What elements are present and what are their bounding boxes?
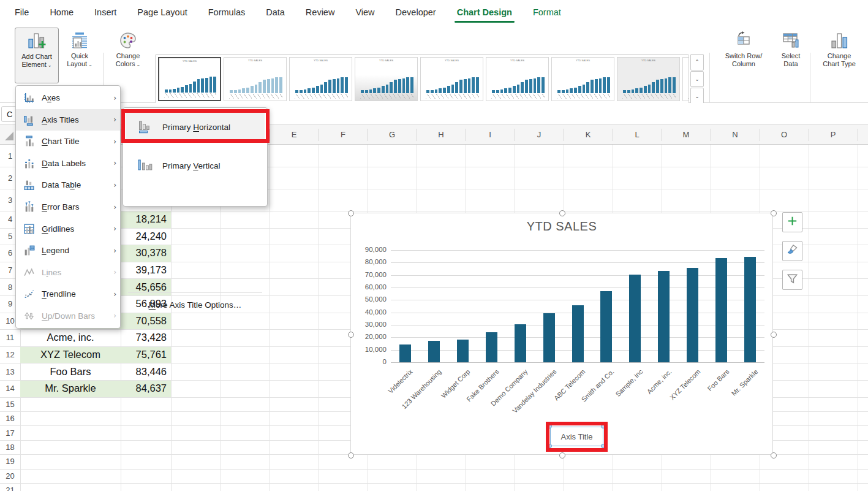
row-header-21[interactable]: 21 (0, 483, 20, 491)
chart-style-thumbnail[interactable]: YTD SALES (289, 57, 352, 101)
cell-sales-value[interactable]: 75,761 (121, 346, 171, 363)
axis-title-textbox[interactable]: Axis Title (550, 427, 603, 446)
cell-sales-value[interactable]: 24,240 (121, 228, 171, 245)
chart-selection-handle[interactable] (559, 210, 565, 216)
tab-home[interactable]: Home (48, 7, 75, 17)
select-data-button[interactable]: SelectData (774, 28, 808, 82)
textbox-selection-handle[interactable] (548, 424, 552, 428)
chart-object[interactable]: YTD SALES 90,00080,00070,00060,00050,000… (350, 213, 773, 455)
chart-bar[interactable] (658, 271, 670, 362)
row-header-15[interactable]: 15 (0, 397, 20, 411)
row-header-13[interactable]: 13 (0, 363, 20, 380)
column-header-E[interactable]: E (270, 125, 319, 145)
chart-selection-handle[interactable] (559, 452, 565, 459)
chart-style-thumbnail[interactable]: YTD SALES (224, 57, 287, 101)
change-chart-type-button[interactable]: ChangeChart Type (813, 28, 865, 82)
cell-sales-value[interactable]: 18,214 (121, 211, 171, 228)
cell-sales-value[interactable]: 30,378 (121, 245, 171, 262)
chart-bar[interactable] (543, 313, 555, 362)
row-header-16[interactable]: 16 (0, 411, 20, 425)
chart-bar[interactable] (572, 305, 584, 362)
chart-style-thumbnail[interactable]: YTD SALES (420, 57, 483, 101)
chart-bar[interactable] (457, 340, 469, 362)
chart-bar[interactable] (744, 257, 756, 362)
chart-style-thumbnail[interactable]: YTD SALES (486, 57, 549, 101)
chart-bar[interactable] (715, 258, 727, 362)
chart-style-thumbnail[interactable]: YTD SALES (551, 57, 614, 101)
chart-title[interactable]: YTD SALES (351, 219, 772, 234)
tab-developer[interactable]: Developer (394, 7, 437, 17)
select-all-icon[interactable] (5, 132, 13, 140)
column-header-F[interactable]: F (319, 125, 368, 145)
gallery-more-button[interactable]: ⌄ (690, 88, 704, 104)
chart-style-thumbnail[interactable]: YTD SALES (682, 57, 689, 101)
menu-item-error-bars[interactable]: Error Bars› (16, 196, 120, 218)
chart-bar[interactable] (629, 275, 641, 362)
menu-item-data-table[interactable]: Data Table› (16, 174, 120, 196)
cell-company-name[interactable]: Acme, inc. (20, 329, 121, 346)
cell-sales-value[interactable]: 70,558 (121, 313, 171, 330)
column-header-P[interactable]: P (809, 125, 858, 145)
tab-formulas[interactable]: Formulas (207, 7, 246, 17)
menu-item-gridlines[interactable]: Gridlines› (16, 218, 120, 240)
quick-layout-button[interactable]: Quick Layout⌄ (59, 28, 100, 82)
column-header-N[interactable]: N (711, 125, 760, 145)
textbox-selection-handle[interactable] (601, 444, 605, 448)
chart-bar[interactable] (486, 332, 497, 362)
row-header-19[interactable]: 19 (0, 454, 20, 468)
tab-file[interactable]: File (13, 7, 30, 17)
chart-bar[interactable] (600, 291, 612, 362)
cell-sales-value[interactable]: 83,446 (121, 363, 171, 380)
chart-selection-handle[interactable] (348, 452, 354, 459)
menu-item-axes[interactable]: Axes› (16, 87, 120, 109)
column-header-L[interactable]: L (613, 125, 662, 145)
menu-item-axis-titles[interactable]: Axis Titles› (16, 109, 120, 131)
gallery-scroll-down-button[interactable]: ⌄ (690, 71, 704, 88)
chart-style-button[interactable] (782, 241, 802, 261)
row-header-17[interactable]: 17 (0, 425, 20, 440)
submenu-item-primary-vertical[interactable]: Primary Vertical (126, 147, 265, 185)
textbox-selection-handle[interactable] (548, 444, 552, 448)
tab-format[interactable]: Format (532, 7, 562, 17)
cell-company-name[interactable]: Foo Bars (20, 363, 121, 380)
column-header-K[interactable]: K (564, 125, 613, 145)
menu-item-chart-title[interactable]: Chart Title› (16, 131, 120, 153)
tab-chart-design[interactable]: Chart Design (456, 7, 513, 17)
cell-company-name[interactable]: Mr. Sparkle (20, 380, 121, 397)
column-header-O[interactable]: O (760, 125, 809, 145)
chart-bar[interactable] (515, 324, 526, 362)
tab-insert[interactable]: Insert (93, 7, 118, 17)
chart-selection-handle[interactable] (771, 332, 777, 338)
row-header-20[interactable]: 20 (0, 469, 20, 483)
column-header-J[interactable]: J (515, 125, 564, 145)
cell-company-name[interactable]: XYZ Telecom (20, 346, 121, 363)
row-header-11[interactable]: 11 (0, 329, 20, 346)
menu-item-data-labels[interactable]: Data Labels› (16, 153, 120, 175)
chart-selection-handle[interactable] (771, 210, 777, 216)
menu-item-legend[interactable]: Legend› (16, 240, 120, 262)
chart-bar[interactable] (428, 341, 440, 362)
submenu-item-primary-horizontal[interactable]: Primary Horizontal (126, 111, 265, 143)
row-header-12[interactable]: 12 (0, 346, 20, 363)
tab-page-layout[interactable]: Page Layout (136, 7, 188, 17)
tab-view[interactable]: View (354, 7, 376, 17)
chart-selection-handle[interactable] (348, 210, 354, 216)
gallery-scroll-up-button[interactable]: ⌃ (690, 54, 704, 70)
chart-style-thumbnail[interactable]: YTD SALES (158, 57, 221, 101)
row-header-18[interactable]: 18 (0, 440, 20, 454)
chart-elements-button[interactable] (782, 212, 802, 232)
chart-bar[interactable] (687, 268, 698, 362)
cell-sales-value[interactable]: 39,173 (121, 262, 171, 279)
chart-bar[interactable] (399, 344, 411, 362)
tab-data[interactable]: Data (265, 7, 286, 17)
tab-review[interactable]: Review (304, 7, 336, 17)
chart-filters-button[interactable] (782, 270, 802, 290)
column-header-H[interactable]: H (417, 125, 466, 145)
chart-selection-handle[interactable] (348, 332, 354, 338)
more-axis-title-options-item[interactable]: More Axis Title Options… (123, 295, 267, 314)
chart-selection-handle[interactable] (771, 452, 777, 459)
textbox-selection-handle[interactable] (601, 424, 605, 428)
menu-item-trendline[interactable]: Trendline› (16, 283, 120, 305)
cell-sales-value[interactable]: 73,428 (121, 329, 171, 346)
chart-style-thumbnail[interactable]: YTD SALES (355, 57, 418, 101)
